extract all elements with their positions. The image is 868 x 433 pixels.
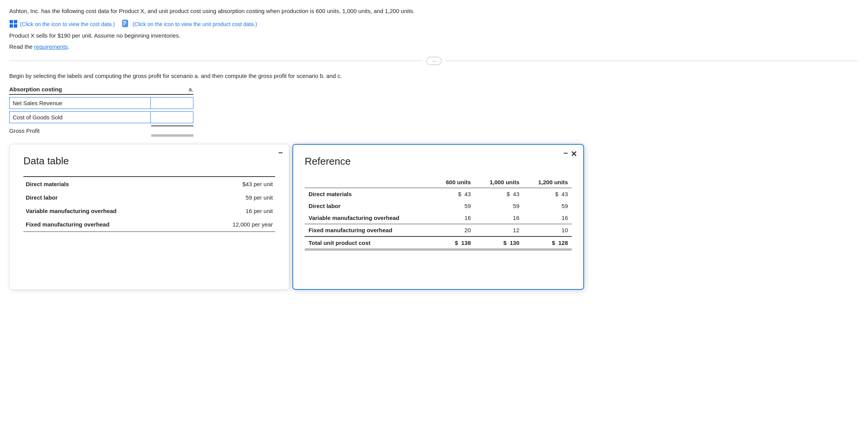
unit-cost-icon-text: (Click on the icon to view the unit prod…: [132, 21, 257, 27]
data-row-label: Direct labor: [24, 191, 195, 204]
net-sales-label: Net Sales Revenue: [10, 98, 151, 109]
ref-col-1200: 1,200 units: [523, 177, 572, 188]
data-table-title: Data table: [23, 155, 275, 167]
ref-table-row: Direct labor 59 59 59: [305, 200, 572, 212]
ref-row-v3: 16: [523, 212, 572, 224]
ref-table-row: Variable manufacturing overhead 16 16 16: [305, 212, 572, 224]
svg-rect-6: [123, 23, 126, 23]
ref-row-v2: 59: [475, 200, 523, 212]
divider-row: ···: [9, 57, 859, 65]
cost-data-icon-link[interactable]: (Click on the icon to view the cost data…: [9, 20, 115, 29]
icon-row: (Click on the icon to view the cost data…: [9, 20, 859, 29]
ref-total-row: Total unit product cost $ 138 $ 130 $ 12…: [305, 236, 572, 250]
cost-data-icon-text: (Click on the icon to view the cost data…: [20, 21, 115, 27]
ref-table-row: Fixed manufacturing overhead 20 12 10: [305, 224, 572, 236]
form-section: Absorption costing a. Net Sales Revenue …: [9, 86, 193, 136]
data-table-minimize[interactable]: −: [278, 149, 283, 157]
read-req: Read the requirements.: [9, 43, 859, 50]
ref-row-v2: 12: [475, 224, 523, 236]
ref-row-label: Direct labor: [305, 200, 432, 212]
net-sales-input[interactable]: [151, 98, 193, 109]
data-table-row: Direct materials$43 per unit: [24, 178, 274, 190]
ref-col-600: 600 units: [432, 177, 475, 188]
instruction-text: Begin by selecting the labels and comput…: [9, 73, 859, 79]
data-table-row: Fixed manufacturing overhead12,000 per y…: [24, 218, 274, 231]
ref-row-v2: $ 43: [475, 188, 523, 200]
requirements-link[interactable]: requirements: [34, 43, 68, 50]
data-row-value: 59 per unit: [196, 191, 274, 204]
svg-rect-5: [123, 21, 126, 22]
ref-row-dollar: 20: [432, 224, 475, 236]
svg-rect-3: [14, 24, 17, 28]
data-row-value: 16 per unit: [196, 205, 274, 217]
ref-row-v3: $ 43: [523, 188, 572, 200]
data-table-row: Direct labor59 per unit: [24, 191, 274, 204]
document-icon: [122, 20, 130, 29]
data-table-panel: Data table − Direct materials$43 per uni…: [9, 144, 289, 290]
data-row-value: $43 per unit: [196, 178, 274, 190]
ref-col-1000: 1,000 units: [475, 177, 523, 188]
data-row-label: Direct materials: [24, 178, 195, 190]
cogs-label: Cost of Goods Sold: [10, 112, 151, 123]
ref-row-v3: 10: [523, 224, 572, 236]
intro-main-text: Ashton, Inc. has the following cost data…: [9, 7, 859, 16]
cogs-row: Cost of Goods Sold: [9, 111, 193, 123]
ref-row-dollar: $ 43: [432, 188, 475, 200]
gross-profit-value: [151, 126, 193, 136]
svg-rect-7: [123, 24, 125, 25]
reference-close[interactable]: ✕: [571, 149, 577, 159]
ref-total-v1: $ 138: [432, 236, 475, 250]
ref-table-header-row: 600 units 1,000 units 1,200 units: [305, 177, 572, 188]
ref-row-v3: 59: [523, 200, 572, 212]
gross-profit-label: Gross Profit: [9, 126, 151, 136]
form-header-right: a.: [188, 86, 193, 93]
divider-line-left: [9, 61, 422, 61]
ref-row-dollar: 59: [432, 200, 475, 212]
unit-cost-icon-link[interactable]: (Click on the icon to view the unit prod…: [122, 20, 257, 29]
reference-table: 600 units 1,000 units 1,200 units Direct…: [305, 177, 572, 250]
grid-icon: [9, 20, 18, 29]
cogs-input[interactable]: [151, 112, 193, 123]
ref-row-dollar: 16: [432, 212, 475, 224]
ref-total-v2: $ 130: [475, 236, 523, 250]
ref-row-label: Direct materials: [305, 188, 432, 200]
net-sales-row: Net Sales Revenue: [9, 97, 193, 109]
reference-minimize[interactable]: −: [563, 149, 568, 157]
data-table-row: Variable manufacturing overhead16 per un…: [24, 205, 274, 217]
data-row-value: 12,000 per year: [196, 218, 274, 231]
form-header-left: Absorption costing: [9, 86, 62, 93]
panels-container: Data table − Direct materials$43 per uni…: [9, 144, 859, 290]
ref-col-label: [305, 177, 432, 188]
divider-line-right: [446, 61, 859, 61]
ref-row-label: Variable manufacturing overhead: [305, 212, 432, 224]
svg-rect-1: [14, 20, 17, 23]
ref-table-row: Direct materials $ 43 $ 43 $ 43: [305, 188, 572, 200]
reference-panel: Reference − ✕ 600 units 1,000 units 1,20…: [292, 144, 584, 290]
ref-total-v3: $ 128: [523, 236, 572, 250]
ref-total-label: Total unit product cost: [305, 236, 432, 250]
sells-text: Product X sells for $190 per unit. Assum…: [9, 32, 859, 39]
data-inner-table: Direct materials$43 per unitDirect labor…: [23, 176, 275, 232]
data-row-label: Variable manufacturing overhead: [24, 205, 195, 217]
gross-profit-row: Gross Profit: [9, 126, 193, 136]
svg-rect-2: [10, 24, 13, 28]
reference-title: Reference: [305, 155, 572, 167]
data-row-label: Fixed manufacturing overhead: [24, 218, 195, 231]
form-header: Absorption costing a.: [9, 86, 193, 95]
ref-row-label: Fixed manufacturing overhead: [305, 224, 432, 236]
ref-row-v2: 16: [475, 212, 523, 224]
svg-rect-0: [10, 20, 13, 23]
divider-button[interactable]: ···: [426, 57, 442, 65]
